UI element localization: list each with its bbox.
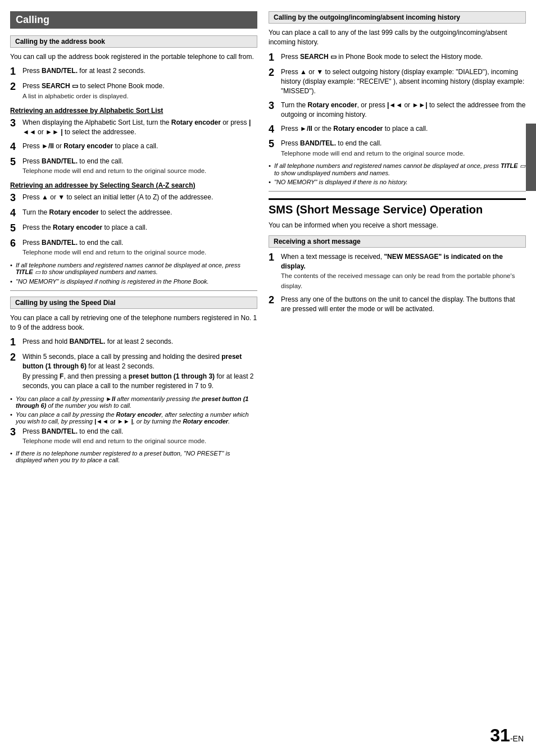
note-out-1: If all telephone numbers and registered … <box>269 162 526 176</box>
step-num-sms2: 2 <box>269 295 281 306</box>
divider-2 <box>269 191 526 192</box>
step-out-4: 4 Press ►/II or the Rotary encoder to pl… <box>269 124 526 135</box>
step-num-o2: 2 <box>269 67 281 79</box>
sms-intro: You can be informed when you receive a s… <box>269 221 526 230</box>
step-content-a4: Press ►/II or Rotary encoder to place a … <box>22 142 257 151</box>
address-book-section-title: Calling by the address book <box>10 35 257 48</box>
step-sel-5: 5 Press the Rotary encoder to place a ca… <box>10 223 257 234</box>
sms-title: SMS (Short Message Service) Operation <box>269 198 526 216</box>
step-num-2: 2 <box>10 81 22 93</box>
step-content-1: Press BAND/TEL. for at least 2 seconds. <box>22 66 257 76</box>
step-sel-3: 3 Press ▲ or ▼ to select an initial lett… <box>10 193 257 204</box>
step-address-2: 2 Press SEARCH ▭ to select Phone Book mo… <box>10 81 257 101</box>
step-out-3: 3 Turn the Rotary encoder, or press |◄◄ … <box>269 101 526 120</box>
step-content-s5: Press the Rotary encoder to place a call… <box>22 223 257 233</box>
step-out-1: 1 Press SEARCH ▭ in Phone Book mode to s… <box>269 52 526 63</box>
note-sd-1: You can place a call by pressing ►II aft… <box>10 395 257 409</box>
note-ab-1: If all telephone numbers and registered … <box>10 262 257 276</box>
step-num-a3: 3 <box>10 118 22 129</box>
step-num-sd2: 2 <box>10 352 22 363</box>
step-sd-1: 1 Press and hold BAND/TEL. for at least … <box>10 337 257 348</box>
address-book-intro: You can call up the address book registe… <box>10 52 257 62</box>
step-num-o3: 3 <box>269 101 281 112</box>
calling-title: Calling <box>10 11 257 29</box>
selecting-search-title: Retrieving an addressee by Selecting Sea… <box>10 181 257 189</box>
speed-dial-section-title: Calling by using the Speed Dial <box>10 297 257 309</box>
receiving-section-title: Receiving a short message <box>269 235 526 248</box>
step-out-2: 2 Press ▲ or ▼ to select outgoing histor… <box>269 67 526 97</box>
step-num-1: 1 <box>10 66 22 78</box>
step-content-s6: Press BAND/TEL. to end the call. Telepho… <box>22 238 257 258</box>
step-content-o2: Press ▲ or ▼ to select outgoing history … <box>281 67 526 97</box>
note-out-2: "NO MEMORY" is displayed if there is no … <box>269 179 526 185</box>
step-sms-1: 1 When a text message is received, "NEW … <box>269 252 526 292</box>
step-num-s5: 5 <box>10 223 22 234</box>
step-num-o1: 1 <box>269 52 281 63</box>
step-alpha-3: 3 When displaying the Alphabetic Sort Li… <box>10 118 257 138</box>
outgoing-intro: You can place a call to any of the last … <box>269 28 526 48</box>
step-address-1: 1 Press BAND/TEL. for at least 2 seconds… <box>10 66 257 78</box>
speed-dial-intro: You can place a call by retrieving one o… <box>10 313 257 333</box>
step-num-sd1: 1 <box>10 337 22 348</box>
step-num-s4: 4 <box>10 208 22 219</box>
step-num-s6: 6 <box>10 238 22 249</box>
step-content-sd3: Press BAND/TEL. to end the call. Telepho… <box>22 427 257 447</box>
step-content-o5: Press BAND/TEL. to end the call. Telepho… <box>281 139 526 158</box>
step-content-sd2: Within 5 seconds, place a call by pressi… <box>22 352 257 391</box>
step-content-sms1: When a text message is received, "NEW ME… <box>281 252 526 292</box>
step-num-o4: 4 <box>269 124 281 135</box>
step-content-a3: When displaying the Alphabetic Sort List… <box>22 118 257 138</box>
step-sms-2: 2 Press any one of the buttons on the un… <box>269 295 526 315</box>
left-column: Calling Calling by the address book You … <box>10 11 257 745</box>
note-ab-2: "NO MEMORY" is displayed if nothing is r… <box>10 278 257 285</box>
step-content-o1: Press SEARCH ▭ in Phone Book mode to sel… <box>281 52 526 62</box>
page-number: 31-EN <box>490 725 524 746</box>
step-num-sd3: 3 <box>10 427 22 438</box>
step-content-o3: Turn the Rotary encoder, or press |◄◄ or… <box>281 101 526 120</box>
step-content-o4: Press ►/II or the Rotary encoder to plac… <box>281 124 526 134</box>
step-sel-4: 4 Turn the Rotary encoder to select the … <box>10 208 257 219</box>
step-content-a5: Press BAND/TEL. to end the call. Telepho… <box>22 157 257 176</box>
step-out-5: 5 Press BAND/TEL. to end the call. Telep… <box>269 139 526 158</box>
note-sd-2: You can place a call by pressing the Rot… <box>10 411 257 425</box>
step-num-sms1: 1 <box>269 252 281 263</box>
note-sd-end: If there is no telephone number register… <box>10 450 257 463</box>
right-tab <box>526 124 536 191</box>
step-num-s3: 3 <box>10 193 22 204</box>
step-sd-2: 2 Within 5 seconds, place a call by pres… <box>10 352 257 391</box>
step-num-a5: 5 <box>10 157 22 168</box>
step-sel-6: 6 Press BAND/TEL. to end the call. Telep… <box>10 238 257 258</box>
outgoing-section-title: Calling by the outgoing/incoming/absent … <box>269 11 526 24</box>
step-content-2: Press SEARCH ▭ to select Phone Book mode… <box>22 81 257 101</box>
step-num-o5: 5 <box>269 139 281 150</box>
alpha-sort-title: Retrieving an addressee by Alphabetic So… <box>10 107 257 115</box>
step-sd-3: 3 Press BAND/TEL. to end the call. Telep… <box>10 427 257 447</box>
divider-1 <box>10 290 257 291</box>
step-content-s3: Press ▲ or ▼ to select an initial letter… <box>22 193 257 202</box>
step-content-sd1: Press and hold BAND/TEL. for at least 2 … <box>22 337 257 347</box>
step-num-a4: 4 <box>10 142 22 153</box>
step-alpha-4: 4 Press ►/II or Rotary encoder to place … <box>10 142 257 153</box>
step-alpha-5: 5 Press BAND/TEL. to end the call. Telep… <box>10 157 257 176</box>
step-content-sms2: Press any one of the buttons on the unit… <box>281 295 526 315</box>
right-column: Calling by the outgoing/incoming/absent … <box>266 11 526 745</box>
step-content-s4: Turn the Rotary encoder to select the ad… <box>22 208 257 217</box>
